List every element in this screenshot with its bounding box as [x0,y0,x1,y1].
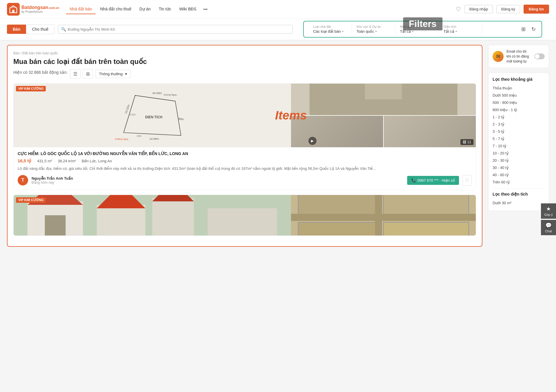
favorite-button[interactable]: ♡ [462,175,472,186]
advanced-filter-button[interactable]: ⊞ [520,25,527,34]
card-desc: Lô đất vàng đắc địa, hiếm có, giá siêu t… [18,166,472,172]
listing-image-main[interactable]: 13.22m 45.58m 38m 10.98m 6.6m 15m Đường … [14,84,291,147]
sort-dropdown[interactable]: Thông thường ▾ [95,70,131,78]
svg-text:Duong Nguy...: Duong Nguy... [164,93,178,96]
card-footer: T Nguyễn Trần Anh Tuấn Đăng hôm nay 📞 09… [18,175,472,186]
poster-name: Nguyễn Trần Anh Tuấn [32,176,404,181]
filter-option[interactable]: 1 - 2 tỷ [493,113,545,121]
listing-images-right: 🖼 11 ▶ [291,84,476,147]
view-list-button[interactable]: ☰ [70,69,81,79]
tab-cho-thue[interactable]: Cho thuê [26,24,54,34]
search-bar: Bán Cho thuê 🔍 Filters Loại nhà đất Các … [0,19,556,40]
poster-time: Đăng hôm nay [32,181,404,185]
register-button[interactable]: Đăng ký [496,5,520,13]
listing-image-top-right[interactable] [291,84,476,115]
float-buttons: ★ Góp ý 💬 Chat [541,203,556,235]
svg-text:Đường Ngay...: Đường Ngay... [115,138,130,140]
logo-icon [7,3,20,16]
card-title: CỰC HIẾM: LÔ GÓC QUỐC LỘ 1A VỚI ĐƯỜNG NG… [18,151,472,156]
svg-rect-34 [291,214,476,221]
phone-button[interactable]: 📞 0987 670 *** · Hiện số [407,176,459,185]
filter-option[interactable]: Trên 60 tỷ [493,178,545,186]
image-count: 🖼 11 [460,139,473,145]
svg-rect-35 [375,195,382,235]
listing-card: VIP KIM CƯƠNG [13,195,476,236]
nav-tin-tuc[interactable]: Tin tức [155,4,175,14]
filter-option[interactable]: 40 - 60 tỷ [493,171,545,178]
svg-rect-32 [298,222,376,235]
login-button[interactable]: Đăng nhập [464,5,493,13]
area-filter-title: Lọc theo diện tích [493,192,545,196]
listing-image-bottom-right[interactable]: 🖼 11 [384,116,476,147]
left-column: Bán / Đất bán trên toàn quốc Mua bán các… [7,45,482,247]
breadcrumb-dat-ban: Đất bán trên toàn quốc [22,51,58,55]
gop-y-button[interactable]: ★ Góp ý [541,203,556,219]
reset-filter-button[interactable]: ↻ [530,25,537,34]
filter-option[interactable]: Thỏa thuận [493,84,545,92]
filter-muc-gia[interactable]: Mức giá Tất cả ▾ [395,24,439,35]
filter-option[interactable]: 800 triệu - 1 tỷ [493,106,545,113]
svg-rect-22 [45,215,66,235]
filter-option[interactable]: 10 - 20 tỷ [493,150,545,157]
listing-image-bottom-left[interactable] [291,116,383,147]
filter-panel: Lọc theo khoảng giá Thỏa thuận Dưới 500 … [488,73,549,211]
filter-area: Filters Loại nhà đất Các loại đất bán ▾ … [303,21,542,38]
svg-rect-30 [298,195,376,215]
tab-ban[interactable]: Bán [7,25,26,34]
filter-dien-tich[interactable]: Diện tích Tất cả ▾ [439,24,482,35]
filter-khu-vuc[interactable]: Khu vực & Dự án Toàn quốc ▾ [352,24,395,35]
filter-option[interactable]: 5 - 7 tỷ [493,135,545,142]
logo-text: Batdongsan.com.vn by PropertyGuru [21,5,59,13]
search-input[interactable] [68,27,290,32]
filter-option[interactable]: 30 - 40 tỷ [493,164,545,171]
chat-icon: 💬 [545,222,552,229]
search-icon: 🔍 [61,27,66,32]
svg-rect-33 [383,222,469,235]
svg-rect-27 [208,208,277,235]
email-alert-text: Email cho tôi khi có tin đăng mới tương … [506,49,531,64]
card-price-m2: 38,24 tr/m² [58,159,76,163]
filter-option[interactable]: 7 - 10 tỷ [493,142,545,150]
nav-wiki-bds[interactable]: Wiki BĐS [176,4,200,14]
email-toggle[interactable] [534,54,545,59]
filter-option[interactable]: 500 - 800 triệu [493,99,545,106]
svg-text:38m: 38m [178,117,184,121]
filter-option[interactable]: 3 - 5 tỷ [493,128,545,135]
breadcrumb: Bán / Đất bán trên toàn quốc [13,51,476,55]
card-meta: 16,5 tỷ · 431,5 m² · 38,24 tr/m² · Bến L… [18,158,472,163]
listing-image-main-2[interactable] [14,195,291,235]
toggle-knob [535,54,539,59]
filter-actions: ⊞ ↻ [520,25,537,34]
avatar: T [18,175,28,185]
logo[interactable]: Batdongsan.com.vn by PropertyGuru [7,3,59,16]
svg-text:15m: 15m [136,135,141,137]
svg-text:45.58m: 45.58m [152,91,162,95]
email-icon: ✉ [493,51,504,62]
email-alert-box: ✉ Email cho tôi khi có tin đăng mới tươn… [488,45,549,68]
view-grid-button[interactable]: ⊞ [83,69,93,79]
main-content: Bán / Đất bán trên toàn quốc Mua bán các… [0,40,556,251]
filter-loai-nha-dat[interactable]: Loại nhà đất Các loại đất bán ▾ [308,24,352,35]
nav-more[interactable]: ••• [201,5,210,14]
phone-icon: 📞 [411,178,416,183]
svg-marker-26 [152,195,194,201]
nav-nha-dat-cho-thue[interactable]: Nhà đất cho thuê [97,4,135,14]
post-button[interactable]: Đăng tin [524,5,549,14]
card-body: CỰC HIẾM: LÔ GÓC QUỐC LỘ 1A VỚI ĐƯỜNG NG… [14,147,476,190]
breadcrumb-ban[interactable]: Bán [13,51,19,55]
wishlist-button[interactable]: ♡ [456,6,461,13]
chat-button[interactable]: 💬 Chat [541,220,556,235]
play-video-button[interactable]: ▶ [308,137,317,145]
filter-option[interactable]: Dưới 30 m² [493,199,545,207]
main-nav: Nhà đất bán Nhà đất cho thuê Dự án Tin t… [66,4,449,14]
vip-badge: VIP KIM CƯƠNG [16,197,46,203]
nav-nha-dat-ban[interactable]: Nhà đất bán [66,4,96,14]
filter-option[interactable]: Dưới 500 triệu [493,92,545,99]
price-filter-title: Lọc theo khoảng giá [493,77,545,82]
header-actions: ♡ Đăng nhập Đăng ký Đăng tin [456,5,549,14]
nav-du-an[interactable]: Dự án [136,4,154,14]
filter-option[interactable]: 2 - 3 tỷ [493,121,545,128]
svg-marker-2 [10,6,17,8]
listing-image-right-2[interactable] [291,195,476,235]
filter-option[interactable]: 20 - 30 tỷ [493,157,545,164]
